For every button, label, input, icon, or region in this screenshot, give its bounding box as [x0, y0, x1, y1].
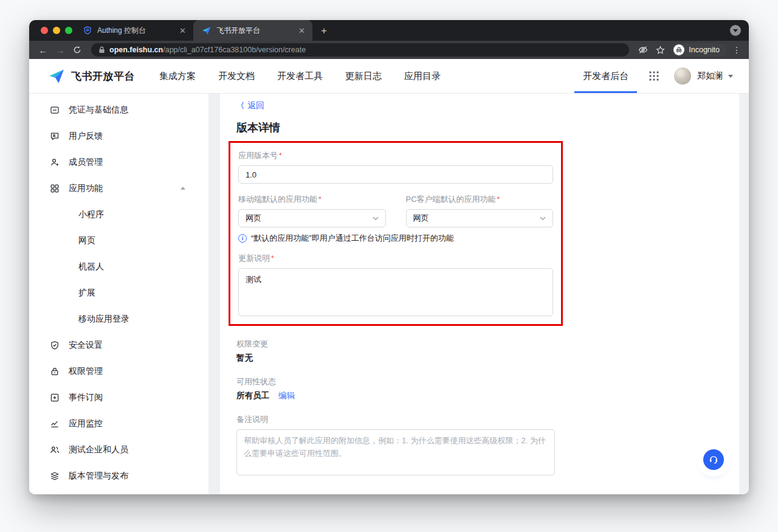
- page-scrollbar[interactable]: [739, 94, 749, 494]
- sidebar-item-user-feedback[interactable]: 用户反馈: [29, 123, 208, 149]
- eye-off-icon[interactable]: [635, 43, 651, 57]
- bookmark-star-icon[interactable]: [652, 43, 668, 57]
- back-link[interactable]: 〈返回: [236, 100, 264, 111]
- sidebar-item-security-settings[interactable]: 安全设置: [29, 332, 208, 358]
- collapse-caret-icon[interactable]: [181, 187, 185, 190]
- field-pc-default-feature: PC客户端默认的应用功能 网页: [406, 194, 554, 227]
- minimize-window-button[interactable]: [53, 27, 60, 34]
- nav-app-directory[interactable]: 应用目录: [404, 71, 441, 82]
- info-icon: i: [238, 234, 247, 243]
- chevron-left-icon: 〈: [236, 100, 244, 111]
- apps-grid-icon[interactable]: [649, 71, 659, 81]
- credential-icon: [49, 105, 60, 115]
- site-header: 飞书开放平台 集成方案 开发文档 开发者工具 更新日志 应用目录 开发者后台 郑…: [29, 59, 749, 94]
- brand[interactable]: 飞书开放平台: [47, 68, 135, 85]
- chevron-down-icon[interactable]: [728, 75, 733, 78]
- sidebar-item-permission-management[interactable]: 权限管理: [29, 358, 208, 384]
- url-text: open.feishu.cn/app/cli_a07cf176ca38100b/…: [109, 46, 306, 54]
- tab-search-button[interactable]: [730, 25, 741, 36]
- incognito-badge: Incognito: [672, 43, 727, 57]
- sidebar-item-test-company-users[interactable]: 测试企业和人员: [29, 437, 208, 463]
- chevron-down-icon: [373, 216, 379, 221]
- layers-icon: [49, 471, 60, 481]
- customer-service-button[interactable]: [703, 449, 724, 470]
- sidebar-item-label: 应用监控: [69, 418, 185, 429]
- tab-close-icon[interactable]: ✕: [178, 26, 187, 36]
- authing-shield-icon: [82, 26, 92, 36]
- field-mobile-default-feature: 移动端默认的应用功能 网页: [238, 194, 386, 227]
- window-controls: [41, 27, 72, 34]
- avatar[interactable]: [674, 67, 691, 85]
- page-title: 版本详情: [236, 120, 555, 135]
- sidebar-item-web-app[interactable]: 网页: [29, 227, 208, 254]
- default-feature-note: i “默认的应用功能”即用户通过工作台访问应用时打开的功能: [238, 233, 553, 244]
- back-button[interactable]: ←: [35, 43, 51, 57]
- zoom-window-button[interactable]: [65, 27, 72, 34]
- browser-window: Authing 控制台 ✕ 飞书开放平台 ✕ + ← → open.feishu…: [29, 20, 749, 494]
- sidebar-item-app-monitoring[interactable]: 应用监控: [29, 410, 208, 437]
- nav-dev-tools[interactable]: 开发者工具: [277, 71, 323, 82]
- headset-icon: [708, 454, 719, 465]
- incognito-icon: [673, 44, 684, 55]
- new-tab-button[interactable]: +: [321, 26, 327, 36]
- app-version-input[interactable]: [238, 165, 553, 184]
- feedback-icon: [49, 131, 60, 141]
- pc-default-feature-select[interactable]: 网页: [406, 209, 554, 227]
- sidebar-item-label: 事件订阅: [69, 392, 185, 403]
- address-bar[interactable]: open.feishu.cn/app/cli_a07cf176ca38100b/…: [91, 43, 629, 57]
- tab-authing[interactable]: Authing 控制台 ✕: [74, 20, 193, 41]
- browser-menu-icon[interactable]: ⋮: [731, 45, 743, 55]
- mobile-default-feature-select[interactable]: 网页: [238, 209, 386, 227]
- chevron-down-icon: [733, 29, 738, 32]
- browser-toolbar: ← → open.feishu.cn/app/cli_a07cf176ca381…: [29, 41, 749, 59]
- sidebar-item-label: 安全设置: [69, 340, 185, 351]
- tab-feishu-open-platform[interactable]: 飞书开放平台 ✕: [193, 20, 312, 41]
- permission-change-value: 暂无: [236, 353, 555, 364]
- update-note-textarea[interactable]: 测试: [238, 268, 553, 316]
- sidebar-item-bot[interactable]: 机器人: [29, 254, 208, 280]
- forward-button[interactable]: →: [52, 43, 68, 57]
- brand-name: 飞书开放平台: [71, 69, 135, 83]
- site-body: 凭证与基础信息 用户反馈 成员管理 应用功能 小程序: [29, 94, 749, 494]
- incognito-label: Incognito: [689, 46, 720, 54]
- nav-integration[interactable]: 集成方案: [159, 71, 196, 82]
- sidebar-item-event-subscription[interactable]: 事件订阅: [29, 384, 208, 410]
- field-permission-change: 权限变更 暂无: [236, 339, 555, 364]
- shield-check-icon: [49, 340, 60, 350]
- sidebar-item-credentials[interactable]: 凭证与基础信息: [29, 97, 208, 123]
- edit-availability-link[interactable]: 编辑: [278, 390, 295, 401]
- sidebar-item-label: 小程序: [78, 209, 185, 220]
- sidebar-item-mobile-app-login[interactable]: 移动应用登录: [29, 306, 208, 332]
- sidebar: 凭证与基础信息 用户反馈 成员管理 应用功能 小程序: [29, 94, 208, 494]
- nav-dev-docs[interactable]: 开发文档: [218, 71, 255, 82]
- tab-title: 飞书开放平台: [216, 26, 292, 36]
- developer-console-link[interactable]: 开发者后台: [580, 59, 632, 93]
- highlighted-form-area: 应用版本号 移动端默认的应用功能 网页: [229, 141, 563, 326]
- people-icon: [49, 444, 60, 455]
- sidebar-item-label: 机器人: [78, 261, 185, 272]
- reload-button[interactable]: [69, 43, 85, 57]
- close-window-button[interactable]: [41, 27, 48, 34]
- lock-icon: [49, 366, 60, 376]
- field-label: PC客户端默认的应用功能: [406, 194, 554, 205]
- field-label: 更新说明: [238, 253, 553, 264]
- sidebar-item-member-management[interactable]: 成员管理: [29, 149, 208, 175]
- sidebar-item-label: 移动应用登录: [78, 314, 185, 325]
- nav-changelog[interactable]: 更新日志: [345, 71, 382, 82]
- sidebar-scroll-gutter[interactable]: [208, 94, 220, 494]
- sidebar-item-extension[interactable]: 扩展: [29, 280, 208, 306]
- sidebar-item-mini-program[interactable]: 小程序: [29, 201, 208, 227]
- sidebar-item-label: 扩展: [78, 288, 185, 299]
- field-label: 权限变更: [236, 339, 555, 350]
- top-nav: 集成方案 开发文档 开发者工具 更新日志 应用目录: [159, 71, 441, 82]
- tab-close-icon[interactable]: ✕: [297, 26, 306, 36]
- tab-strip: Authing 控制台 ✕ 飞书开放平台 ✕ +: [29, 20, 749, 41]
- monitor-icon: [49, 418, 60, 429]
- remark-textarea[interactable]: [236, 429, 555, 475]
- sidebar-item-label: 网页: [78, 235, 185, 246]
- sidebar-item-app-features[interactable]: 应用功能: [29, 175, 208, 201]
- feishu-logo-icon: [47, 68, 66, 85]
- member-add-icon: [49, 157, 60, 167]
- sidebar-item-version-management[interactable]: 版本管理与发布: [29, 463, 208, 489]
- availability-value: 所有员工: [236, 390, 269, 401]
